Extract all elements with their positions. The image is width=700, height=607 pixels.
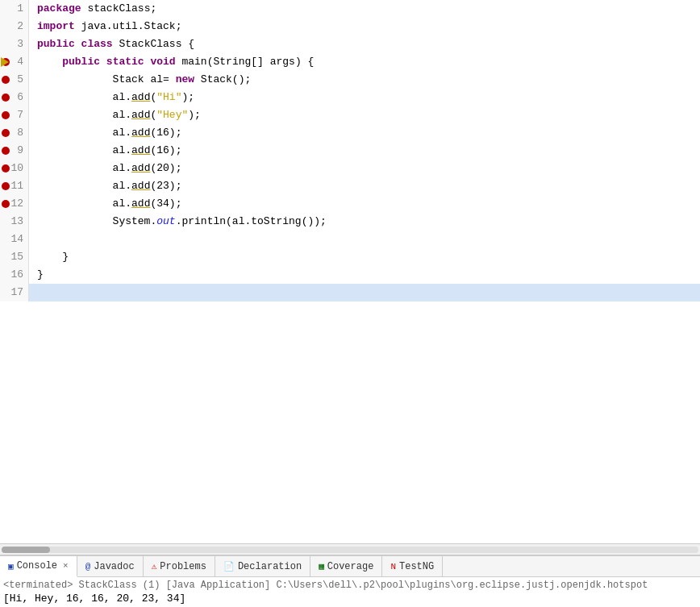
line-content[interactable]: System.out.println(al.toString()); (29, 213, 700, 231)
line-number: 4 (0, 53, 29, 71)
coverage-tab-icon: ▦ (319, 561, 324, 572)
breakpoint-indicator (2, 164, 10, 173)
console-terminated-label: <terminated> StackClass (1) [Java Applic… (3, 580, 700, 591)
javadoc-tab-icon: @ (85, 562, 91, 572)
line-content[interactable]: al.add("Hi"); (29, 89, 700, 106)
scrollbar-thumb[interactable] (2, 547, 50, 553)
line-content[interactable]: public class StackClass { (29, 35, 700, 53)
breakpoint-indicator (2, 200, 10, 208)
line-content[interactable]: al.add("Hey"); (29, 106, 700, 124)
line-content[interactable]: import java.util.Stack; (29, 18, 700, 35)
breakpoint-indicator (2, 111, 10, 119)
code-lines: 1package stackClass;2import java.util.St… (0, 0, 700, 543)
declaration-tab-icon: 📄 (223, 561, 235, 572)
code-line: 5 Stack al= new Stack(); (0, 71, 700, 89)
line-number: 3 (0, 35, 29, 53)
tab-problems[interactable]: ⚠Problems (144, 556, 215, 576)
breakpoint-indicator (2, 76, 10, 84)
horizontal-scrollbar[interactable] (0, 543, 700, 555)
code-line: 16} (0, 266, 700, 284)
problems-tab-label: Problems (160, 561, 206, 572)
line-content[interactable]: al.add(16); (29, 124, 700, 142)
line-number: 6 (0, 89, 29, 106)
tab-coverage[interactable]: ▦Coverage (310, 556, 382, 576)
testng-tab-label: TestNG (399, 561, 434, 572)
breakpoint-indicator (2, 129, 10, 137)
code-container: 1package stackClass;2import java.util.St… (0, 0, 700, 543)
declaration-tab-label: Declaration (238, 561, 302, 572)
console-tab-label: Console (17, 560, 57, 572)
line-number: 11 (0, 177, 29, 195)
line-content[interactable]: public static void main(String[] args) { (29, 53, 700, 71)
code-editor: 1package stackClass;2import java.util.St… (0, 0, 700, 555)
console-area: <terminated> StackClass (1) [Java Applic… (0, 577, 700, 607)
line-content[interactable]: al.add(16); (29, 142, 700, 160)
code-line: 15 } (0, 248, 700, 266)
line-content[interactable] (29, 231, 700, 248)
line-content[interactable]: } (29, 266, 700, 284)
line-number: 17 (0, 284, 29, 301)
code-line: 9 al.add(16); (0, 142, 700, 160)
testng-tab-icon: N (390, 562, 396, 572)
code-line: 3public class StackClass { (0, 35, 700, 53)
line-content[interactable]: al.add(23); (29, 177, 700, 195)
code-line: 1package stackClass; (0, 0, 700, 18)
scrollbar-track[interactable] (2, 547, 698, 553)
tab-testng[interactable]: NTestNG (382, 556, 443, 576)
line-number: 16 (0, 266, 29, 284)
execution-arrow (1, 57, 9, 67)
problems-tab-icon: ⚠ (152, 561, 157, 572)
bottom-tabs-bar: ▣Console×@Javadoc⚠Problems📄Declaration▦C… (0, 555, 700, 577)
console-output: [Hi, Hey, 16, 16, 20, 23, 34] (3, 592, 700, 605)
code-line: 10 al.add(20); (0, 160, 700, 177)
line-number: 13 (0, 213, 29, 231)
line-number: 14 (0, 231, 29, 248)
code-line: 13 System.out.println(al.toString()); (0, 213, 700, 231)
tab-declaration[interactable]: 📄Declaration (215, 556, 310, 576)
breakpoint-indicator (2, 182, 10, 190)
line-number: 5 (0, 71, 29, 89)
line-number: 8 (0, 124, 29, 142)
line-number: 1 (0, 0, 29, 18)
console-tab-icon: ▣ (8, 561, 14, 572)
code-line: 12 al.add(34); (0, 195, 700, 213)
line-content[interactable]: } (29, 248, 700, 266)
code-line: 6 al.add("Hi"); (0, 89, 700, 106)
line-number: 2 (0, 18, 29, 35)
breakpoint-indicator (2, 147, 10, 155)
code-line: 7 al.add("Hey"); (0, 106, 700, 124)
tab-console[interactable]: ▣Console× (0, 556, 77, 577)
line-content[interactable]: Stack al= new Stack(); (29, 71, 700, 89)
code-line: 14 (0, 231, 700, 248)
line-content[interactable]: al.add(34); (29, 195, 700, 213)
line-number: 7 (0, 106, 29, 124)
line-number: 9 (0, 142, 29, 160)
code-line: 11 al.add(23); (0, 177, 700, 195)
code-line: 17 (0, 284, 700, 301)
javadoc-tab-label: Javadoc (94, 561, 134, 572)
code-line: 2import java.util.Stack; (0, 18, 700, 35)
tab-javadoc[interactable]: @Javadoc (77, 556, 144, 576)
coverage-tab-label: Coverage (327, 561, 374, 572)
line-content[interactable]: al.add(20); (29, 160, 700, 177)
line-content[interactable] (29, 284, 700, 301)
line-number: 12 (0, 195, 29, 213)
line-number: 10 (0, 160, 29, 177)
code-line: 8 al.add(16); (0, 124, 700, 142)
console-tab-close[interactable]: × (63, 561, 69, 571)
code-line: 4 public static void main(String[] args)… (0, 53, 700, 71)
line-content[interactable]: package stackClass; (29, 0, 700, 18)
breakpoint-indicator (2, 94, 10, 102)
line-number: 15 (0, 248, 29, 266)
